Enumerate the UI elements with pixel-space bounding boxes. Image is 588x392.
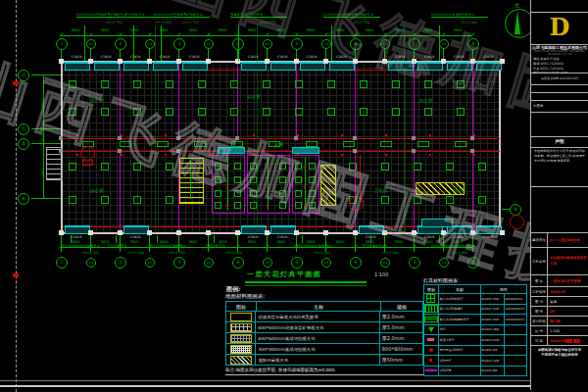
legend-header: 图标: [226, 302, 257, 311]
downlight-dot: [385, 154, 387, 156]
detail-callout: [349, 196, 364, 211]
dim-text: 3600: [447, 28, 468, 32]
lighting-legend-table: 图标名称规格嵌入式LED平板灯AC220V 36W600X600mm嵌入式LED…: [423, 284, 527, 376]
project-label: 工程名称: [531, 248, 548, 274]
downlight-dot: [267, 186, 269, 188]
corridor-light: [231, 141, 243, 147]
company-contact: 地址:太原市小店区电话:0351-7123456传真:0351-7123456网…: [531, 56, 588, 74]
stair: [46, 147, 63, 180]
ceiling-annotation-height: CH=2.700: [82, 251, 99, 255]
atrium-line: [227, 157, 228, 210]
annotation-leader: [84, 25, 85, 61]
column: [176, 59, 181, 64]
dim-text: 3600: [329, 28, 351, 32]
light-fixture: [198, 80, 206, 88]
column: [353, 230, 358, 235]
dim-text: 3600: [241, 28, 263, 32]
ceiling-annotation-height: CH=2.400: [382, 251, 399, 255]
title-block-field: 工程编号2019-05: [531, 287, 588, 297]
light-fixture: [309, 163, 316, 170]
column: [470, 230, 475, 235]
column: [235, 136, 239, 140]
fixture-name: 吸顶小夜灯: [439, 335, 481, 345]
dim-text: 3600: [123, 28, 145, 32]
legend-row: 300*300mm集成铝扣板天花800*800mm: [226, 343, 422, 354]
fixture-param: AC220V 9W: [481, 346, 506, 356]
plan-title-underline-thin: [245, 285, 367, 286]
light-fixture: [166, 163, 173, 171]
field-label: 设计阶段: [531, 317, 548, 325]
light-fixture: [414, 196, 421, 204]
ceiling-annotation: 600X600mm轻钢龙骨矿棉板天花: [323, 13, 380, 18]
company-name: 山西飞德加固工程技术有限公司: [531, 45, 588, 50]
ceiling-annotation-height: CH=2.700: [169, 251, 185, 255]
window: [270, 62, 296, 71]
drawing-sheet: 山西飞德加固工程技术有限公司 山西飞德加固工程技术有限公司 111/11/122…: [0, 0, 588, 392]
column: [470, 59, 475, 64]
window-label: C1919: [270, 55, 294, 59]
company-logo: D: [531, 13, 588, 42]
window-label: C1919: [65, 235, 88, 239]
annotation-leader: [116, 235, 117, 243]
axis-bubble-top: 7: [409, 38, 420, 50]
axis-bubble-bottom: 2: [115, 257, 126, 269]
partition-line: [472, 63, 473, 138]
cross-hatch-swatch-icon: [230, 334, 252, 343]
annotation-leader: [238, 25, 239, 61]
fixture-param: AC220V 18W: [481, 325, 506, 335]
annotation-leader: [71, 235, 72, 243]
axis-bubble-top: 2: [115, 38, 126, 50]
light-fixture: [69, 196, 76, 204]
window: [241, 225, 267, 234]
downlight-dot: [297, 134, 299, 136]
plan-title-underline: [245, 281, 367, 283]
legend-row: LED灯带AC220V 8W: [424, 366, 526, 376]
window: [123, 62, 149, 71]
light-fixture: [392, 108, 400, 116]
light-fixture: [250, 190, 257, 197]
corridor-light: [157, 141, 169, 147]
partition-line: [178, 63, 179, 138]
wall-icon: [429, 359, 432, 362]
legend-row: 嵌入式LED格栅平板灯AC220V 36W1200X300mm: [424, 314, 526, 324]
ceiling-annotation-height: CH=2.600: [225, 251, 242, 255]
dim-text-left: 6900: [41, 163, 45, 182]
ceiling-annotation-height: CH=2.400: [461, 21, 477, 24]
dim-text: 3600: [153, 28, 174, 32]
column: [470, 136, 474, 140]
field-label: 图 号: [531, 307, 548, 316]
column: [147, 59, 152, 64]
window: [417, 62, 443, 71]
light-fixture: [133, 163, 141, 171]
light-fixture: [69, 163, 76, 171]
window: [476, 225, 502, 234]
axis-bubble-top: 2/1: [145, 39, 155, 49]
partition-line: [120, 153, 121, 232]
light-fixture: [360, 108, 368, 116]
fixture-spec: [505, 346, 526, 356]
dim-text: 3600: [417, 28, 439, 32]
axis-bubble-top: 5: [291, 38, 303, 50]
column: [500, 59, 505, 64]
legend-name: 轻钢龙骨石膏板天花白色乳胶漆: [256, 312, 379, 321]
dim-text-left: 6900: [41, 93, 45, 113]
detail-callout-tag: [82, 160, 93, 166]
axis-leader: [31, 143, 61, 144]
field-label: 工程编号: [531, 287, 548, 296]
fixture-param: AC220V 24W: [481, 335, 506, 345]
window-label: C1919: [417, 55, 441, 59]
ceiling-annotation-height: CH=2.700: [106, 21, 122, 24]
window: [65, 225, 90, 234]
column: [353, 149, 357, 153]
downlight-dot: [304, 167, 306, 169]
led-panel-icon: [426, 294, 435, 303]
window: [153, 62, 178, 71]
axis-bubble-top: 8: [467, 38, 479, 50]
fixture-spec: 1200X300mm: [505, 315, 526, 324]
light-fixture: [101, 108, 109, 116]
fold-mark: [13, 81, 19, 85]
axis-bubble-bottom: 3: [173, 257, 185, 269]
downlight-dot: [429, 154, 431, 156]
ceiling-annotation: PVC扣板天花: [206, 244, 261, 248]
column: [147, 230, 152, 235]
